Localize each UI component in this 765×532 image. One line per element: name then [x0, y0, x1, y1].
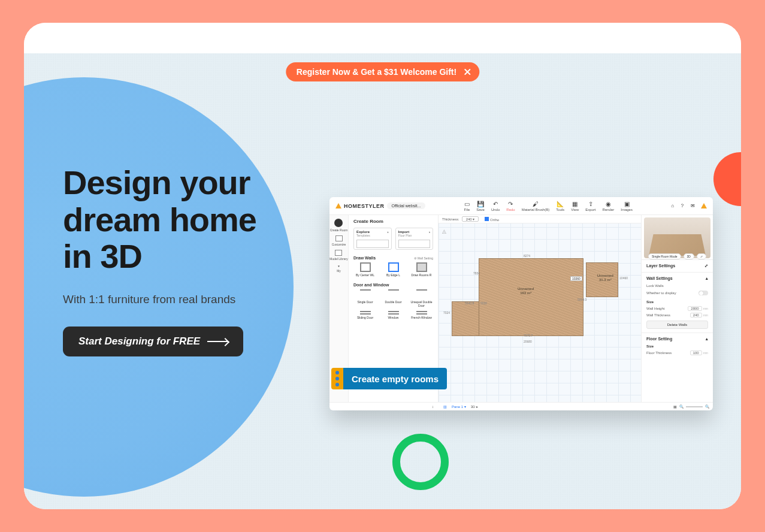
hero-title-line: dream home — [63, 201, 256, 238]
toolbar-redo[interactable]: ↷Redo — [506, 201, 515, 211]
import-floorplan-button[interactable]: Import› Floor Plan — [395, 228, 434, 250]
wall-setting-link[interactable]: ⚙ Wall Setting — [414, 256, 433, 260]
wall-settings-label: Wall Settings — [646, 276, 673, 281]
draw-rooms[interactable]: Draw Rooms R — [410, 262, 433, 277]
toolbar-save[interactable]: 💾Save — [476, 201, 485, 211]
draw-walls-label: Draw Walls — [353, 256, 376, 260]
editor-topbar: HOMESTYLER Official websit... ▭File 💾Sav… — [329, 197, 713, 215]
decorative-orange-dot — [713, 152, 741, 206]
editor-right-icons: ⌂ ？ ✉ — [671, 202, 707, 209]
single-door[interactable]: Single Door — [353, 289, 377, 307]
avatar-icon[interactable] — [701, 203, 707, 208]
hero-title-line: in 3D — [63, 237, 142, 275]
draw-wall-by-center[interactable]: By Center WL — [353, 262, 377, 277]
hero-section: Register Now & Get a $31 Welcome Gift! D… — [24, 53, 741, 509]
cta-label: Start Designing for FREE — [78, 335, 200, 347]
layer-settings-label: Layer Settings — [646, 264, 675, 268]
compass-icon: ◬ — [442, 228, 446, 234]
arrow-right-icon — [207, 341, 228, 342]
thickness-select[interactable]: 240 ▾ — [462, 216, 479, 222]
editor-toolbar: ▭File 💾Save ↶Undo ↷Redo 🖌Material Brush(… — [464, 201, 633, 211]
french-window[interactable]: French Window — [410, 311, 433, 319]
toolbar-images[interactable]: ▣Images — [621, 201, 633, 211]
preview-3d[interactable] — [644, 217, 710, 258]
leftcol-my[interactable]: ♥My — [337, 264, 341, 273]
logo-icon — [335, 203, 341, 208]
draw-wall-by-edge[interactable]: By Edge L — [382, 262, 405, 277]
pane-1-tab[interactable]: Pane 1 ▾ — [452, 404, 466, 409]
preview-mode-chip[interactable]: Single Room Mode — [648, 253, 681, 259]
close-icon[interactable] — [461, 66, 473, 78]
chevron-up-icon[interactable]: ▴ — [706, 337, 708, 341]
delete-walls-button[interactable]: Delete Walls — [646, 321, 708, 329]
start-designing-button[interactable]: Start Designing for FREE — [63, 327, 243, 356]
panel-title: Create Room — [353, 219, 433, 224]
hero-title: Design your dream home in 3D — [63, 164, 256, 275]
editor-brand-name: HOMESTYLER — [344, 203, 385, 209]
tooltip-step-dots — [331, 368, 343, 389]
preview-expand-chip[interactable]: ⤢ — [697, 253, 706, 259]
floorplan-canvas[interactable]: Thickness: 240 ▾ Ortho ◬ Unnamed163 m² U… — [439, 215, 641, 402]
onboarding-tooltip: Create empty rooms — [331, 368, 447, 389]
hero-subtitle: With 1:1 furniture from real brands — [63, 293, 256, 306]
home-icon[interactable]: ⌂ — [671, 203, 674, 208]
floorplan: Unnamed163 m² Unnamed31.3 m² 8274 7834 7… — [452, 258, 618, 336]
window[interactable]: Window — [382, 311, 405, 319]
chevron-up-icon[interactable]: ▴ — [706, 276, 708, 281]
leftcol-model-library[interactable]: Model Library — [329, 250, 347, 261]
zoom-in-icon[interactable]: 🔍 — [705, 404, 709, 409]
dimension-input[interactable]: 10260 — [570, 276, 582, 281]
toolbar-view[interactable]: ▦View — [571, 201, 579, 211]
toolbar-file[interactable]: ▭File — [464, 201, 470, 211]
toolbar-material-brush[interactable]: 🖌Material Brush(B) — [522, 201, 550, 211]
leftcol-customize[interactable]: Customize — [332, 235, 346, 246]
wall-height-input[interactable]: 2800 — [688, 306, 701, 311]
promo-banner[interactable]: Register Now & Get a $31 Welcome Gift! — [286, 62, 479, 81]
promo-banner-text: Register Now & Get a $31 Welcome Gift! — [297, 67, 456, 77]
canvas-subbar: Thickness: 240 ▾ Ortho — [439, 215, 641, 223]
tooltip-text: Create empty rooms — [343, 368, 447, 389]
decorative-green-ring — [392, 434, 449, 490]
toolbar-render[interactable]: ◉Render — [603, 201, 615, 211]
right-panel: Single Room Mode 3D ⤢ Layer Settings⤢ Wa… — [641, 215, 713, 402]
wall-thickness-input[interactable]: 240 — [690, 313, 702, 318]
help-icon[interactable]: ？ — [680, 202, 685, 209]
leftcol-create-room[interactable]: Create Room — [330, 219, 348, 232]
page-card: Register Now & Get a $31 Welcome Gift! D… — [24, 23, 741, 509]
footer-expand-icon[interactable]: ↕ — [432, 405, 434, 409]
floor-setting-label: Floor Setting — [646, 337, 672, 341]
editor-footer: ↕ ▥ Pane 1 ▾ 3D ▸ ▦ 🔍 🔍 — [329, 402, 713, 410]
toolbar-undo[interactable]: ↶Undo — [491, 201, 500, 211]
toolbar-tools[interactable]: 📐Tools — [556, 201, 564, 211]
ortho-checkbox[interactable] — [485, 217, 489, 221]
browser-chrome-placeholder — [24, 23, 741, 53]
floor-thickness-input[interactable]: 100 — [690, 350, 702, 355]
explore-templates-button[interactable]: Explore› Templates — [353, 228, 392, 250]
toolbar-export[interactable]: ⇪Export — [585, 201, 595, 211]
door-window-label: Door and Window — [353, 283, 389, 287]
unequal-double-door[interactable]: Unequal Double Door — [410, 289, 433, 307]
hero-headline: Design your dream home in 3D With 1:1 fu… — [63, 164, 256, 356]
editor-brand: HOMESTYLER Official websit... — [335, 202, 425, 209]
double-door[interactable]: Double Door — [382, 289, 405, 307]
fit-icon[interactable]: ▦ — [673, 404, 677, 409]
zoom-slider[interactable] — [686, 406, 703, 407]
thickness-label: Thickness: — [442, 217, 459, 221]
hero-title-line: Design your — [63, 164, 250, 201]
preview-3d-chip[interactable]: 3D — [684, 253, 694, 259]
view-3d-tab[interactable]: 3D ▸ — [471, 404, 478, 409]
zoom-out-icon[interactable]: 🔍 — [679, 404, 684, 409]
source-chip[interactable]: Official websit... — [387, 202, 426, 209]
layers-icon[interactable]: ▥ — [443, 404, 447, 409]
sliding-door[interactable]: Sliding Door — [353, 311, 377, 319]
mail-icon[interactable]: ✉ — [691, 203, 695, 208]
expand-icon[interactable]: ⤢ — [704, 264, 708, 268]
display-toggle[interactable] — [699, 291, 708, 295]
